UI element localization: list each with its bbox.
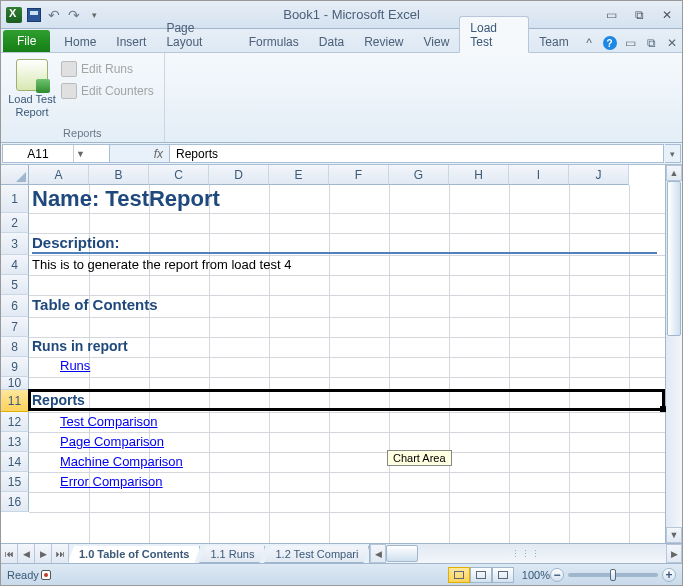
row-header-4[interactable]: 4: [1, 255, 29, 275]
zoom-thumb[interactable]: [610, 569, 616, 581]
row-header-10[interactable]: 10: [1, 377, 29, 390]
wb-minimize-button[interactable]: ▭: [622, 34, 639, 52]
help-button[interactable]: ?: [601, 34, 618, 52]
vscroll-thumb[interactable]: [667, 181, 681, 336]
row-header-6[interactable]: 6: [1, 295, 29, 317]
app-icon[interactable]: [5, 6, 23, 24]
tab-home[interactable]: Home: [54, 31, 106, 52]
big-button-label: Load Test Report: [8, 93, 56, 119]
col-header-E[interactable]: E: [269, 165, 329, 185]
vertical-scrollbar[interactable]: ▲ ▼: [665, 165, 682, 543]
row-header-7[interactable]: 7: [1, 317, 29, 337]
page-layout-icon: [476, 571, 486, 579]
view-page-layout-button[interactable]: [470, 567, 492, 583]
col-header-I[interactable]: I: [509, 165, 569, 185]
edit-runs-icon: [61, 61, 77, 77]
view-page-break-button[interactable]: [492, 567, 514, 583]
col-header-C[interactable]: C: [149, 165, 209, 185]
formula-bar-expand[interactable]: ▾: [665, 144, 681, 163]
redo-button[interactable]: ↷: [65, 6, 83, 24]
col-header-J[interactable]: J: [569, 165, 629, 185]
maximize-button[interactable]: ⧉: [628, 6, 650, 24]
scroll-right-button[interactable]: ▶: [666, 544, 682, 563]
qat-customize[interactable]: ▾: [85, 6, 103, 24]
link-machine-comparison[interactable]: Machine Comparison: [60, 454, 183, 469]
macro-record-icon[interactable]: [41, 570, 51, 580]
row-header-16[interactable]: 16: [1, 492, 29, 512]
sheet-nav-next[interactable]: ▶: [35, 544, 52, 563]
zoom-track[interactable]: [568, 573, 658, 577]
tab-file[interactable]: File: [3, 30, 50, 52]
tab-review[interactable]: Review: [354, 31, 413, 52]
zoom-level[interactable]: 100%: [522, 569, 550, 581]
horizontal-scrollbar[interactable]: ◀ ⋮⋮⋮ ▶: [369, 544, 682, 563]
row-header-15[interactable]: 15: [1, 472, 29, 492]
small-button-label: Edit Counters: [81, 84, 154, 98]
scroll-up-button[interactable]: ▲: [666, 165, 682, 181]
col-header-F[interactable]: F: [329, 165, 389, 185]
row-header-5[interactable]: 5: [1, 275, 29, 295]
row-header-9[interactable]: 9: [1, 357, 29, 377]
row-header-14[interactable]: 14: [1, 452, 29, 472]
edit-counters-button[interactable]: Edit Counters: [57, 81, 158, 101]
col-header-B[interactable]: B: [89, 165, 149, 185]
tab-view[interactable]: View: [414, 31, 460, 52]
sheet-nav-prev[interactable]: ◀: [18, 544, 35, 563]
tab-team[interactable]: Team: [529, 31, 578, 52]
vscroll-track[interactable]: [666, 181, 682, 527]
name-box[interactable]: ▼: [2, 144, 110, 163]
col-header-D[interactable]: D: [209, 165, 269, 185]
close-icon: ✕: [667, 36, 677, 50]
link-runs[interactable]: Runs: [60, 358, 90, 373]
sheet-tab-toc[interactable]: 1.0 Table of Contents: [68, 546, 200, 563]
worksheet-grid: ABCDEFGHIJ 12345678910111213141516 Name:…: [1, 165, 682, 543]
row-header-8[interactable]: 8: [1, 337, 29, 357]
scroll-left-button[interactable]: ◀: [370, 544, 386, 563]
col-header-A[interactable]: A: [29, 165, 89, 185]
col-header-G[interactable]: G: [389, 165, 449, 185]
load-test-report-button[interactable]: Load Test Report: [7, 57, 57, 125]
formula-bar-value: Reports: [176, 147, 218, 161]
row-header-3[interactable]: 3: [1, 233, 29, 255]
title-bar: ↶ ↷ ▾ Book1 - Microsoft Excel ▭ ⧉ ✕: [1, 1, 682, 29]
cells-area[interactable]: Name: TestReport Description: This is to…: [29, 185, 665, 543]
tab-load-test[interactable]: Load Test: [459, 16, 529, 53]
tab-page-layout[interactable]: Page Layout: [156, 17, 238, 52]
hscroll-thumb[interactable]: [386, 545, 418, 562]
col-header-H[interactable]: H: [449, 165, 509, 185]
chevron-down-icon: ▼: [670, 530, 679, 540]
close-button[interactable]: ✕: [656, 6, 678, 24]
link-page-comparison[interactable]: Page Comparison: [60, 434, 164, 449]
sheet-tab-runs[interactable]: 1.1 Runs: [199, 546, 265, 563]
zoom-in-button[interactable]: +: [662, 568, 676, 582]
undo-icon: ↶: [48, 8, 60, 22]
row-header-11[interactable]: 11: [1, 390, 29, 412]
save-button[interactable]: [25, 6, 43, 24]
row-header-2[interactable]: 2: [1, 213, 29, 233]
view-normal-button[interactable]: [448, 567, 470, 583]
link-error-comparison[interactable]: Error Comparison: [60, 474, 163, 489]
tab-data[interactable]: Data: [309, 31, 354, 52]
ribbon-minimize-button[interactable]: ^: [581, 34, 598, 52]
tab-insert[interactable]: Insert: [106, 31, 156, 52]
minimize-button[interactable]: ▭: [600, 6, 622, 24]
row-header-1[interactable]: 1: [1, 185, 29, 213]
wb-close-button[interactable]: ✕: [663, 34, 680, 52]
row-header-13[interactable]: 13: [1, 432, 29, 452]
sheet-nav-first[interactable]: ⏮: [1, 544, 18, 563]
sheet-tab-test-compare[interactable]: 1.2 Test Compari: [264, 546, 369, 563]
zoom-out-button[interactable]: −: [550, 568, 564, 582]
sheet-nav-last[interactable]: ⏭: [52, 544, 69, 563]
edit-runs-button[interactable]: Edit Runs: [57, 59, 158, 79]
tab-formulas[interactable]: Formulas: [239, 31, 309, 52]
wb-restore-button[interactable]: ⧉: [643, 34, 660, 52]
row-header-12[interactable]: 12: [1, 412, 29, 432]
formula-bar[interactable]: Reports: [170, 144, 664, 163]
link-test-comparison[interactable]: Test Comparison: [60, 414, 158, 429]
select-all-corner[interactable]: [1, 165, 29, 185]
name-box-dropdown[interactable]: ▼: [73, 145, 87, 162]
hscroll-track[interactable]: ⋮⋮⋮: [386, 544, 666, 563]
undo-button[interactable]: ↶: [45, 6, 63, 24]
name-box-input[interactable]: [3, 147, 73, 161]
scroll-down-button[interactable]: ▼: [666, 527, 682, 543]
